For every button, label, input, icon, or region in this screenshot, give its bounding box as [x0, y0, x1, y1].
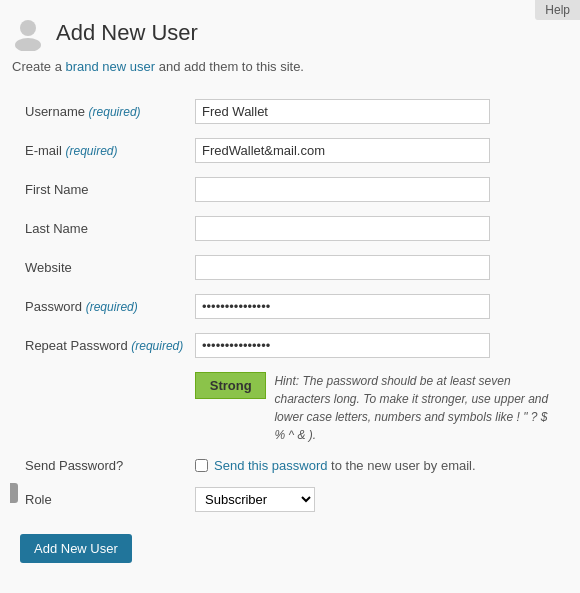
repeat-password-row: Repeat Password (required) [10, 326, 565, 365]
send-password-label: Send Password? [25, 458, 123, 473]
role-row: Role Subscriber Contributor Author Edito… [10, 480, 565, 519]
send-password-link[interactable]: Send this password [214, 458, 327, 473]
firstname-input[interactable] [195, 177, 490, 202]
password-row: Password (required) [10, 287, 565, 326]
repeat-password-label: Repeat Password [25, 338, 128, 353]
website-input-cell [190, 248, 565, 287]
lastname-input-cell [190, 209, 565, 248]
repeat-password-required: (required) [131, 339, 183, 353]
password-input-cell [190, 287, 565, 326]
strength-row: Strong Hint: The password should be at l… [10, 365, 565, 451]
send-password-checkbox[interactable] [195, 459, 208, 472]
send-password-input-cell: Send this password to the new user by em… [190, 451, 565, 480]
email-label: E-mail [25, 143, 62, 158]
username-input-cell [190, 92, 565, 131]
send-password-rest: to the new user by email. [327, 458, 475, 473]
page-header: Add New User [10, 10, 565, 51]
lastname-label-cell: Last Name [10, 209, 190, 248]
svg-point-0 [20, 20, 36, 36]
email-input[interactable] [195, 138, 490, 163]
password-label: Password [25, 299, 82, 314]
email-input-cell [190, 131, 565, 170]
page-title: Add New User [56, 20, 198, 46]
send-password-label-cell: Send Password? [10, 451, 190, 480]
password-label-cell: Password (required) [10, 287, 190, 326]
username-required: (required) [89, 105, 141, 119]
subtitle-suffix: and add them to this site. [155, 59, 304, 74]
help-button[interactable]: Help [535, 0, 580, 20]
username-label-cell: Username (required) [10, 92, 190, 131]
repeat-password-input-cell [190, 326, 565, 365]
repeat-password-input[interactable] [195, 333, 490, 358]
website-label: Website [25, 260, 72, 275]
submit-area: Add New User [10, 519, 565, 563]
repeat-password-label-cell: Repeat Password (required) [10, 326, 190, 365]
firstname-label: First Name [25, 182, 89, 197]
send-password-row: Send Password? Send this password to the… [10, 451, 565, 480]
lastname-row: Last Name [10, 209, 565, 248]
email-label-cell: E-mail (required) [10, 131, 190, 170]
send-password-checkbox-group: Send this password to the new user by em… [195, 458, 560, 473]
strength-label-cell [10, 365, 190, 451]
subtitle-link[interactable]: brand new user [65, 59, 155, 74]
role-select[interactable]: Subscriber Contributor Author Editor Adm… [195, 487, 315, 512]
username-row: Username (required) [10, 92, 565, 131]
subtitle-prefix: Create a [12, 59, 65, 74]
send-password-text: Send this password to the new user by em… [214, 458, 476, 473]
role-label: Role [25, 492, 52, 507]
username-label: Username [25, 104, 85, 119]
firstname-row: First Name [10, 170, 565, 209]
email-required: (required) [65, 144, 117, 158]
strength-bar: Strong [195, 372, 266, 399]
role-input-cell: Subscriber Contributor Author Editor Adm… [190, 480, 565, 519]
password-hint: Hint: The password should be at least se… [274, 372, 560, 444]
user-icon [10, 15, 46, 51]
role-label-cell: Role [10, 480, 190, 519]
svg-point-1 [15, 38, 41, 51]
website-label-cell: Website [10, 248, 190, 287]
subtitle: Create a brand new user and add them to … [12, 59, 565, 74]
website-row: Website [10, 248, 565, 287]
firstname-input-cell [190, 170, 565, 209]
password-input[interactable] [195, 294, 490, 319]
page-wrapper: Help Add New User Create a brand new use… [0, 0, 580, 593]
username-input[interactable] [195, 99, 490, 124]
side-arrow [10, 483, 18, 503]
form-table: Username (required) E-mail (required) [10, 92, 565, 519]
password-required: (required) [86, 300, 138, 314]
lastname-input[interactable] [195, 216, 490, 241]
add-new-user-button[interactable]: Add New User [20, 534, 132, 563]
lastname-label: Last Name [25, 221, 88, 236]
strength-value-cell: Strong Hint: The password should be at l… [190, 365, 565, 451]
website-input[interactable] [195, 255, 490, 280]
firstname-label-cell: First Name [10, 170, 190, 209]
email-row: E-mail (required) [10, 131, 565, 170]
